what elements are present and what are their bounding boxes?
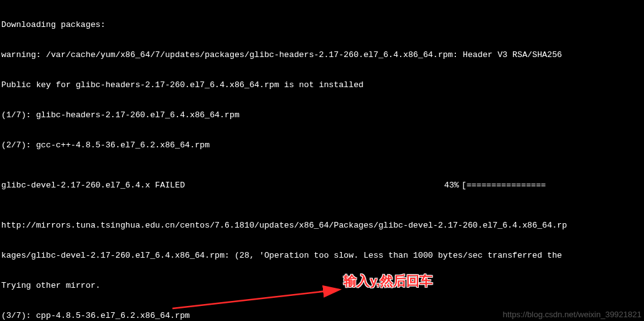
output-line: Trying other mirror. [1, 281, 643, 291]
output-line: warning: /var/cache/yum/x86_64/7/updates… [1, 50, 643, 60]
output-line: Public key for glibc-headers-2.17-260.el… [1, 80, 643, 90]
output-line: (3/7): cpp-4.8.5-36.el7_6.2.x86_64.rpm [1, 311, 643, 321]
progress-line: glibc-devel-2.17-260.el7_6.4.x FAILED 43… [1, 181, 643, 191]
svg-line-0 [172, 290, 339, 308]
progress-label: glibc-devel-2.17-260.el7_6.4.x FAILED [1, 181, 434, 191]
progress-percent: 43% [434, 181, 462, 191]
output-line: (2/7): gcc-c++-4.8.5-36.el7_6.2.x86_64.r… [1, 140, 643, 150]
output-line: kages/glibc-devel-2.17-260.el7_6.4.x86_6… [1, 251, 643, 261]
terminal-window[interactable]: Downloading packages: warning: /var/cach… [0, 0, 644, 321]
output-line: Downloading packages: [1, 20, 643, 30]
output-line: (1/7): glibc-headers-2.17-260.el7_6.4.x8… [1, 110, 643, 120]
progress-bar: [================ [462, 181, 568, 191]
output-line: http://mirrors.tuna.tsinghua.edu.cn/cent… [1, 221, 643, 231]
